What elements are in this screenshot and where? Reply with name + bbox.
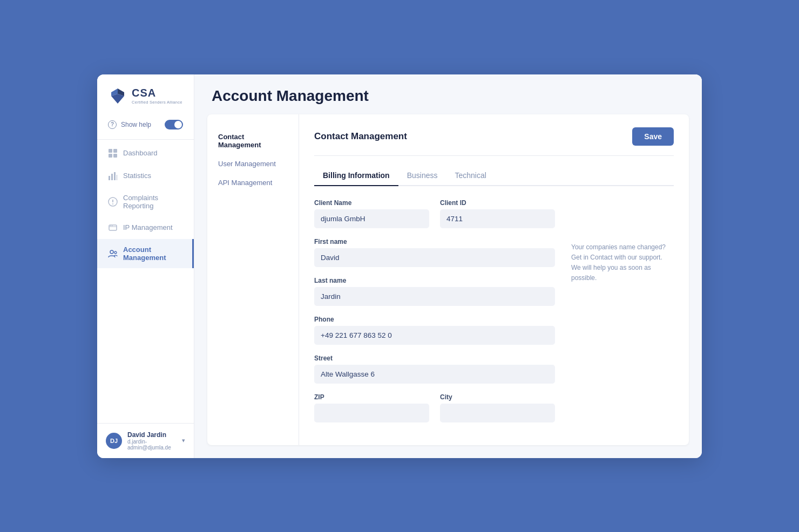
statistics-icon — [108, 171, 118, 181]
svg-point-18 — [110, 250, 113, 254]
content-area: Contact Management User Management API M… — [194, 114, 702, 458]
street-row: Street — [314, 354, 555, 384]
client-name-group: Client Name — [314, 199, 429, 228]
last-name-input[interactable] — [314, 287, 555, 306]
street-group: Street — [314, 354, 555, 384]
sub-nav-user-management[interactable]: User Management — [207, 154, 299, 173]
zip-city-row: ZIP City — [314, 393, 555, 422]
city-label: City — [440, 393, 555, 401]
svg-rect-5 — [109, 154, 112, 158]
first-name-input[interactable] — [314, 248, 555, 267]
first-name-label: First name — [314, 238, 555, 245]
logo: CSA Certified Senders Alliance — [97, 74, 194, 115]
show-help-toggle[interactable] — [165, 120, 183, 129]
last-name-group: Last name — [314, 277, 555, 306]
street-label: Street — [314, 354, 555, 362]
svg-rect-4 — [113, 149, 117, 153]
dashboard-label: Dashboard — [123, 149, 158, 157]
first-name-row: First name — [314, 238, 555, 267]
svg-point-17 — [112, 225, 113, 226]
user-info: David Jardin d.jardin-admin@djumla.de — [127, 431, 177, 451]
zip-input[interactable] — [314, 404, 429, 422]
phone-label: Phone — [314, 316, 555, 323]
toggle-knob — [174, 121, 182, 128]
side-note: Your companies name changed? Get in Cont… — [566, 199, 674, 432]
svg-rect-3 — [109, 149, 112, 153]
client-id-input[interactable] — [440, 209, 555, 228]
city-input[interactable] — [440, 404, 555, 422]
tab-business[interactable]: Business — [398, 167, 446, 186]
svg-point-19 — [114, 251, 117, 254]
side-note-text: Your companies name changed? Get in Cont… — [571, 242, 668, 284]
nav-divider-1 — [97, 139, 194, 140]
zip-group: ZIP — [314, 393, 429, 422]
sidebar-item-statistics[interactable]: Statistics — [97, 165, 194, 187]
avatar: DJ — [106, 433, 122, 449]
sub-nav-contact-management[interactable]: Contact Management — [207, 127, 299, 154]
client-row: Client Name Client ID — [314, 199, 555, 228]
street-input[interactable] — [314, 365, 555, 384]
form-header: Contact Management Save — [314, 127, 674, 146]
client-id-group: Client ID — [440, 199, 555, 228]
tab-technical[interactable]: Technical — [446, 167, 495, 186]
client-name-label: Client Name — [314, 199, 429, 207]
form-area: Contact Management Save Billing Informat… — [299, 114, 689, 445]
user-email: d.jardin-admin@djumla.de — [127, 439, 177, 451]
svg-rect-7 — [109, 176, 110, 180]
phone-row: Phone — [314, 316, 555, 345]
account-icon — [108, 249, 118, 258]
svg-point-13 — [112, 203, 113, 204]
last-name-label: Last name — [314, 277, 555, 284]
svg-rect-8 — [111, 174, 113, 180]
sidebar-item-dashboard[interactable]: Dashboard — [97, 142, 194, 165]
card: Contact Management User Management API M… — [207, 114, 689, 445]
tab-billing[interactable]: Billing Information — [314, 167, 398, 186]
sidebar: CSA Certified Senders Alliance ? Show he… — [97, 74, 194, 458]
svg-rect-10 — [117, 175, 117, 180]
sub-nav-api-management[interactable]: API Management — [207, 173, 299, 192]
logo-sub: Certified Senders Alliance — [132, 100, 182, 105]
tabs: Billing Information Business Technical — [314, 167, 674, 186]
svg-rect-6 — [113, 154, 117, 158]
city-group: City — [440, 393, 555, 422]
phone-group: Phone — [314, 316, 555, 345]
sub-nav: Contact Management User Management API M… — [207, 114, 299, 445]
form-divider — [314, 155, 674, 156]
form-title: Contact Management — [314, 131, 407, 142]
ip-management-label: IP Management — [123, 223, 173, 231]
svg-point-16 — [110, 225, 111, 226]
complaints-label: Complaints Reporting — [123, 194, 183, 210]
complaints-icon — [108, 197, 118, 207]
chevron-down-icon: ▾ — [182, 437, 185, 444]
user-name: David Jardin — [127, 431, 177, 439]
show-help-label: Show help — [121, 121, 160, 128]
show-help-row: ? Show help — [97, 115, 194, 137]
svg-rect-9 — [114, 172, 116, 180]
ip-icon — [108, 223, 118, 233]
dashboard-icon — [108, 148, 118, 158]
page-header: Account Management — [194, 74, 702, 114]
sidebar-item-account-management[interactable]: Account Management — [97, 239, 194, 268]
main-content: Account Management Contact Management Us… — [194, 74, 702, 458]
csa-logo-icon — [108, 86, 127, 106]
help-icon: ? — [108, 120, 117, 129]
account-management-label: Account Management — [123, 245, 181, 262]
first-name-group: First name — [314, 238, 555, 267]
page-title: Account Management — [212, 87, 685, 105]
client-name-input[interactable] — [314, 209, 429, 228]
sidebar-item-complaints[interactable]: Complaints Reporting — [97, 187, 194, 216]
sidebar-footer[interactable]: DJ David Jardin d.jardin-admin@djumla.de… — [97, 423, 194, 458]
logo-text: CSA — [132, 87, 156, 99]
statistics-label: Statistics — [123, 172, 151, 180]
save-button[interactable]: Save — [632, 127, 674, 146]
zip-label: ZIP — [314, 393, 429, 401]
card-inner: Contact Management User Management API M… — [207, 114, 689, 445]
client-id-label: Client ID — [440, 199, 555, 207]
phone-input[interactable] — [314, 326, 555, 345]
last-name-row: Last name — [314, 277, 555, 306]
sidebar-item-ip-management[interactable]: IP Management — [97, 216, 194, 239]
svg-rect-14 — [109, 225, 117, 230]
